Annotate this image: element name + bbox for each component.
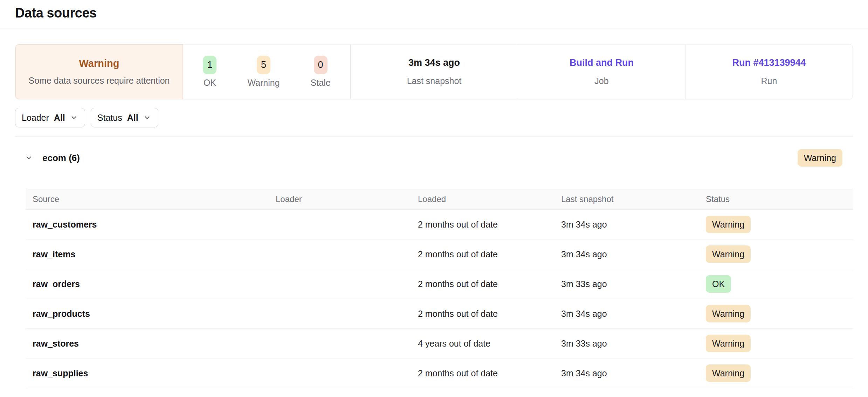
loaded-cell: 4 years out of date (411, 339, 554, 349)
column-header-loaded: Loaded (411, 194, 554, 204)
loader-filter-value: All (54, 113, 65, 123)
count-value-badge: 1 (203, 56, 216, 74)
status-cell: Warning (699, 245, 853, 263)
status-badge: Warning (706, 305, 751, 323)
overall-status-title: Warning (79, 58, 119, 69)
column-header-source: Source (26, 194, 269, 204)
loaded-cell: 2 months out of date (411, 309, 554, 319)
run-link[interactable]: Run #413139944 (732, 57, 806, 68)
filter-bar: Loader All Status All (15, 108, 853, 127)
count-value-badge: 5 (257, 56, 270, 74)
table-row[interactable]: raw_orders2 months out of date3m 33s ago… (26, 269, 853, 299)
table-row[interactable]: raw_products2 months out of date3m 34s a… (26, 299, 853, 329)
job-card: Build and Run Job (518, 44, 685, 99)
table-header-row: SourceLoaderLoadedLast snapshotStatus (26, 189, 853, 210)
status-filter-label: Status (97, 113, 122, 123)
count-value-badge: 0 (314, 56, 328, 74)
job-link[interactable]: Build and Run (570, 57, 634, 68)
overall-status-card: Warning Some data sources require attent… (15, 44, 183, 99)
group-toggle-ecom[interactable]: ecom (6) (25, 153, 80, 163)
count-label: OK (204, 78, 216, 88)
summary-cards: Warning Some data sources require attent… (15, 44, 853, 99)
source-name: raw_products (26, 309, 269, 319)
job-label: Job (594, 76, 608, 86)
count-label: Warning (247, 78, 280, 88)
last-snapshot-cell: 3m 34s ago (554, 368, 699, 378)
section-divider (15, 137, 853, 137)
last-snapshot-cell: 3m 34s ago (554, 309, 699, 319)
counts-card: 1OK5Warning0Stale (183, 44, 350, 99)
source-name: raw_orders (26, 279, 269, 289)
status-badge: Warning (706, 364, 751, 382)
source-name: raw_customers (26, 220, 269, 230)
overall-status-subtitle: Some data sources require attention (28, 76, 170, 86)
count-warning: 5Warning (247, 56, 280, 88)
chevron-down-icon (25, 154, 33, 162)
chevron-down-icon (143, 114, 151, 121)
loaded-cell: 2 months out of date (411, 220, 554, 230)
page-title: Data sources (15, 6, 853, 21)
loaded-cell: 2 months out of date (411, 279, 554, 289)
last-snapshot-value: 3m 34s ago (408, 57, 460, 68)
page-header: Data sources (0, 0, 868, 28)
group-status-badge: Warning (798, 149, 842, 167)
status-filter-value: All (127, 113, 138, 123)
last-snapshot-label: Last snapshot (407, 76, 462, 86)
source-name: raw_stores (26, 339, 269, 349)
run-label: Run (761, 76, 777, 86)
status-filter-dropdown[interactable]: Status All (91, 108, 158, 127)
last-snapshot-card: 3m 34s ago Last snapshot (350, 44, 518, 99)
status-cell: Warning (699, 364, 853, 382)
last-snapshot-cell: 3m 34s ago (554, 220, 699, 230)
status-counts: 1OK5Warning0Stale (203, 56, 330, 88)
group-header: ecom (6) Warning (15, 148, 853, 168)
count-ok: 1OK (203, 56, 216, 88)
status-badge: Warning (706, 216, 751, 234)
table-row[interactable]: raw_items2 months out of date3m 34s agoW… (26, 239, 853, 269)
source-name: raw_supplies (26, 368, 269, 378)
status-badge: OK (706, 275, 731, 293)
run-card: Run #413139944 Run (685, 44, 853, 99)
status-cell: Warning (699, 305, 853, 323)
group-name: ecom (6) (42, 153, 80, 163)
column-header-status: Status (699, 194, 853, 204)
status-badge: Warning (706, 335, 751, 353)
loaded-cell: 2 months out of date (411, 368, 554, 378)
data-sources-table: SourceLoaderLoadedLast snapshotStatus ra… (26, 189, 853, 388)
last-snapshot-cell: 3m 34s ago (554, 249, 699, 259)
column-header-loader: Loader (269, 194, 411, 204)
count-stale: 0Stale (311, 56, 331, 88)
table-row[interactable]: raw_stores4 years out of date3m 33s agoW… (26, 329, 853, 358)
count-label: Stale (311, 78, 331, 88)
status-badge: Warning (706, 245, 751, 263)
loader-filter-dropdown[interactable]: Loader All (15, 108, 85, 127)
last-snapshot-cell: 3m 33s ago (554, 339, 699, 349)
status-cell: Warning (699, 335, 853, 353)
column-header-last-snapshot: Last snapshot (554, 194, 699, 204)
table-body: raw_customers2 months out of date3m 34s … (26, 210, 853, 388)
last-snapshot-cell: 3m 33s ago (554, 279, 699, 289)
table-row[interactable]: raw_customers2 months out of date3m 34s … (26, 210, 853, 239)
loader-filter-label: Loader (22, 113, 49, 123)
status-cell: Warning (699, 216, 853, 234)
source-name: raw_items (26, 249, 269, 259)
loaded-cell: 2 months out of date (411, 249, 554, 259)
status-cell: OK (699, 275, 853, 293)
table-row[interactable]: raw_supplies2 months out of date3m 34s a… (26, 358, 853, 388)
chevron-down-icon (70, 114, 78, 121)
